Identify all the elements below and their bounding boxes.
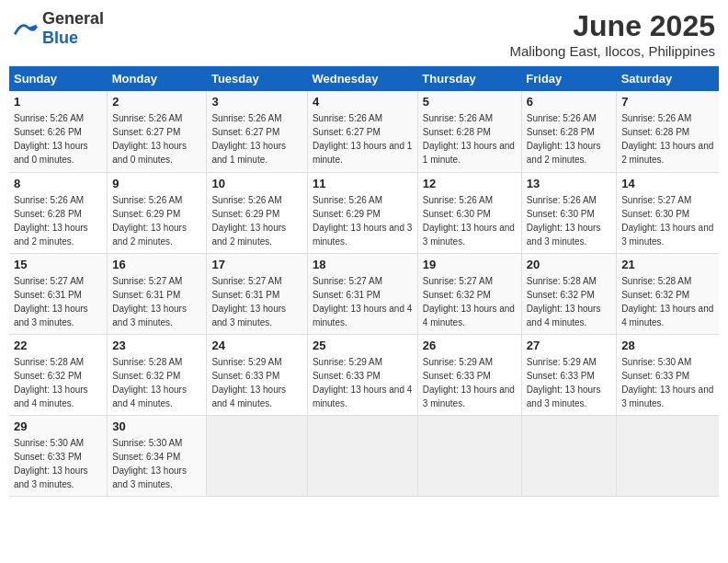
day-number: 16 xyxy=(112,258,201,271)
day-number: 15 xyxy=(14,258,102,271)
day-info: Sunrise: 5:29 AMSunset: 6:33 PMDaylight:… xyxy=(313,357,412,408)
logo-icon xyxy=(13,19,39,38)
calendar-cell: 11 Sunrise: 5:26 AMSunset: 6:29 PMDaylig… xyxy=(307,172,417,253)
calendar-cell: 9 Sunrise: 5:26 AMSunset: 6:29 PMDayligh… xyxy=(108,172,207,253)
day-info: Sunrise: 5:27 AMSunset: 6:31 PMDaylight:… xyxy=(14,276,88,327)
calendar-cell: 20 Sunrise: 5:28 AMSunset: 6:32 PMDaylig… xyxy=(521,253,616,334)
calendar-week-3: 15 Sunrise: 5:27 AMSunset: 6:31 PMDaylig… xyxy=(9,253,719,334)
header-wednesday: Wednesday xyxy=(307,66,417,91)
calendar-week-2: 8 Sunrise: 5:26 AMSunset: 6:28 PMDayligh… xyxy=(9,172,719,253)
day-number: 30 xyxy=(112,419,201,433)
calendar-cell xyxy=(207,415,308,496)
day-number: 20 xyxy=(527,258,611,271)
day-info: Sunrise: 5:26 AMSunset: 6:26 PMDaylight:… xyxy=(14,113,88,165)
calendar-cell: 27 Sunrise: 5:29 AMSunset: 6:33 PMDaylig… xyxy=(521,334,616,415)
page-header: General Blue June 2025 Malibong East, Il… xyxy=(9,9,719,59)
calendar-cell: 16 Sunrise: 5:27 AMSunset: 6:31 PMDaylig… xyxy=(108,253,207,334)
day-number: 27 xyxy=(527,339,611,352)
day-info: Sunrise: 5:30 AMSunset: 6:34 PMDaylight:… xyxy=(112,438,187,489)
calendar-cell: 13 Sunrise: 5:26 AMSunset: 6:30 PMDaylig… xyxy=(521,172,616,253)
calendar-cell xyxy=(417,415,521,496)
calendar-cell: 25 Sunrise: 5:29 AMSunset: 6:33 PMDaylig… xyxy=(307,334,417,415)
header-thursday: Thursday xyxy=(417,66,521,91)
day-info: Sunrise: 5:27 AMSunset: 6:31 PMDaylight:… xyxy=(112,276,187,327)
calendar-cell: 14 Sunrise: 5:27 AMSunset: 6:30 PMDaylig… xyxy=(617,172,719,253)
logo-general: General xyxy=(42,9,104,28)
day-number: 21 xyxy=(621,258,714,271)
calendar-cell: 12 Sunrise: 5:26 AMSunset: 6:30 PMDaylig… xyxy=(417,172,521,253)
day-number: 28 xyxy=(621,339,714,352)
calendar-cell: 1 Sunrise: 5:26 AMSunset: 6:26 PMDayligh… xyxy=(9,91,108,172)
day-number: 24 xyxy=(211,339,302,352)
calendar-cell: 10 Sunrise: 5:26 AMSunset: 6:29 PMDaylig… xyxy=(207,172,308,253)
day-info: Sunrise: 5:26 AMSunset: 6:28 PMDaylight:… xyxy=(423,113,515,165)
day-info: Sunrise: 5:26 AMSunset: 6:28 PMDaylight:… xyxy=(621,113,713,165)
calendar-cell: 3 Sunrise: 5:26 AMSunset: 6:27 PMDayligh… xyxy=(207,91,308,172)
calendar-table: SundayMondayTuesdayWednesdayThursdayFrid… xyxy=(9,66,719,497)
day-number: 6 xyxy=(527,95,611,109)
day-info: Sunrise: 5:26 AMSunset: 6:30 PMDaylight:… xyxy=(527,195,601,247)
day-number: 11 xyxy=(313,177,413,190)
title-section: June 2025 Malibong East, Ilocos, Philipp… xyxy=(510,9,715,59)
calendar-cell: 6 Sunrise: 5:26 AMSunset: 6:28 PMDayligh… xyxy=(521,91,616,172)
calendar-cell: 24 Sunrise: 5:29 AMSunset: 6:33 PMDaylig… xyxy=(207,334,308,415)
calendar-cell: 28 Sunrise: 5:30 AMSunset: 6:33 PMDaylig… xyxy=(617,334,719,415)
day-info: Sunrise: 5:29 AMSunset: 6:33 PMDaylight:… xyxy=(527,357,601,408)
calendar-week-4: 22 Sunrise: 5:28 AMSunset: 6:32 PMDaylig… xyxy=(9,334,719,415)
day-number: 25 xyxy=(313,339,413,352)
calendar-week-1: 1 Sunrise: 5:26 AMSunset: 6:26 PMDayligh… xyxy=(9,91,719,172)
calendar-week-5: 29 Sunrise: 5:30 AMSunset: 6:33 PMDaylig… xyxy=(9,415,719,496)
calendar-cell: 23 Sunrise: 5:28 AMSunset: 6:32 PMDaylig… xyxy=(108,334,207,415)
calendar-cell xyxy=(307,415,417,496)
header-monday: Monday xyxy=(108,66,207,91)
month-title: June 2025 xyxy=(510,9,715,43)
day-number: 18 xyxy=(313,258,413,271)
day-number: 12 xyxy=(423,177,517,190)
day-number: 17 xyxy=(211,258,302,271)
day-info: Sunrise: 5:26 AMSunset: 6:27 PMDaylight:… xyxy=(313,113,412,165)
day-number: 14 xyxy=(621,177,714,190)
day-number: 8 xyxy=(14,177,102,190)
day-info: Sunrise: 5:26 AMSunset: 6:29 PMDaylight:… xyxy=(112,195,187,247)
calendar-cell: 7 Sunrise: 5:26 AMSunset: 6:28 PMDayligh… xyxy=(617,91,719,172)
calendar-cell: 5 Sunrise: 5:26 AMSunset: 6:28 PMDayligh… xyxy=(417,91,521,172)
logo-text: General Blue xyxy=(42,9,104,48)
day-info: Sunrise: 5:29 AMSunset: 6:33 PMDaylight:… xyxy=(423,357,515,408)
day-number: 26 xyxy=(423,339,517,352)
logo: General Blue xyxy=(13,9,104,48)
calendar-cell: 21 Sunrise: 5:28 AMSunset: 6:32 PMDaylig… xyxy=(617,253,719,334)
day-info: Sunrise: 5:27 AMSunset: 6:31 PMDaylight:… xyxy=(211,276,286,327)
day-info: Sunrise: 5:26 AMSunset: 6:27 PMDaylight:… xyxy=(211,113,286,165)
day-info: Sunrise: 5:28 AMSunset: 6:32 PMDaylight:… xyxy=(112,357,187,408)
location-title: Malibong East, Ilocos, Philippines xyxy=(510,43,715,59)
calendar-cell: 18 Sunrise: 5:27 AMSunset: 6:31 PMDaylig… xyxy=(307,253,417,334)
calendar-header-row: SundayMondayTuesdayWednesdayThursdayFrid… xyxy=(9,66,719,91)
day-info: Sunrise: 5:30 AMSunset: 6:33 PMDaylight:… xyxy=(14,438,88,489)
day-number: 22 xyxy=(14,339,102,352)
day-info: Sunrise: 5:26 AMSunset: 6:30 PMDaylight:… xyxy=(423,195,515,247)
calendar-cell: 19 Sunrise: 5:27 AMSunset: 6:32 PMDaylig… xyxy=(417,253,521,334)
header-friday: Friday xyxy=(521,66,616,91)
day-info: Sunrise: 5:26 AMSunset: 6:29 PMDaylight:… xyxy=(211,195,286,247)
day-info: Sunrise: 5:28 AMSunset: 6:32 PMDaylight:… xyxy=(527,276,601,327)
day-number: 29 xyxy=(14,419,102,433)
header-sunday: Sunday xyxy=(9,66,108,91)
day-info: Sunrise: 5:28 AMSunset: 6:32 PMDaylight:… xyxy=(14,357,88,408)
day-number: 7 xyxy=(621,95,714,109)
header-saturday: Saturday xyxy=(617,66,719,91)
calendar-cell: 26 Sunrise: 5:29 AMSunset: 6:33 PMDaylig… xyxy=(417,334,521,415)
calendar-cell: 22 Sunrise: 5:28 AMSunset: 6:32 PMDaylig… xyxy=(9,334,108,415)
day-info: Sunrise: 5:29 AMSunset: 6:33 PMDaylight:… xyxy=(211,357,286,408)
calendar-cell: 29 Sunrise: 5:30 AMSunset: 6:33 PMDaylig… xyxy=(9,415,108,496)
calendar-cell: 15 Sunrise: 5:27 AMSunset: 6:31 PMDaylig… xyxy=(9,253,108,334)
day-number: 4 xyxy=(313,95,413,109)
calendar-cell xyxy=(521,415,616,496)
header-tuesday: Tuesday xyxy=(207,66,308,91)
calendar-cell: 8 Sunrise: 5:26 AMSunset: 6:28 PMDayligh… xyxy=(9,172,108,253)
day-number: 10 xyxy=(211,177,302,190)
day-number: 1 xyxy=(14,95,102,109)
calendar-cell: 30 Sunrise: 5:30 AMSunset: 6:34 PMDaylig… xyxy=(108,415,207,496)
day-number: 9 xyxy=(112,177,201,190)
day-number: 2 xyxy=(112,95,201,109)
calendar-cell: 17 Sunrise: 5:27 AMSunset: 6:31 PMDaylig… xyxy=(207,253,308,334)
